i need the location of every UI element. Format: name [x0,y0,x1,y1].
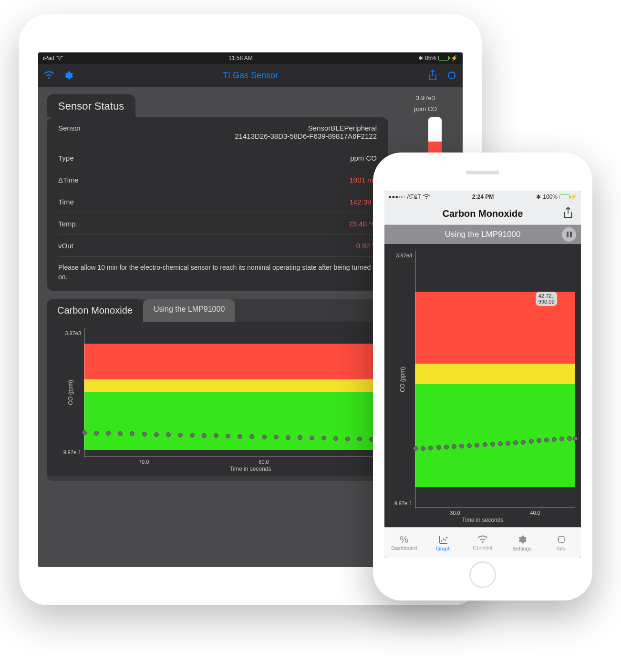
data-point[interactable] [444,445,449,449]
x-tick: 80.0 [204,459,323,465]
battery-pct: 100% [543,193,558,200]
sensor-status-heading: Sensor Status [47,94,135,117]
data-point[interactable] [226,434,230,438]
tab-settings[interactable]: Settings [502,528,541,558]
status-label: Sensor [58,124,81,140]
y-axis-label: CO (ppm) [396,367,406,392]
data-point[interactable] [154,432,159,437]
data-point[interactable] [529,439,534,444]
data-point[interactable] [459,444,464,448]
data-point[interactable] [310,436,314,440]
tab-info[interactable]: Info [542,528,581,558]
data-point[interactable] [82,430,87,435]
page-title: Carbon Monoxide [443,208,523,219]
tab-label: Settings [513,546,532,551]
home-button[interactable] [469,561,496,588]
data-point[interactable] [467,443,472,448]
x-tick: 40.0 [495,510,575,516]
info-icon [556,534,567,545]
wifi-icon [423,194,430,199]
share-icon[interactable] [563,207,576,220]
tab-label: Graph [436,546,451,551]
data-point[interactable] [94,431,99,436]
dashboard-icon: % [400,535,408,544]
data-point[interactable] [286,435,290,440]
svg-point-4 [446,537,447,538]
y-tick-bottom: 9.97e-1 [394,500,412,506]
data-point[interactable] [298,435,302,440]
tab-label: Info [557,546,566,551]
phone-sub-bar: Using the LMP91000 [384,225,581,244]
data-point[interactable] [274,435,279,439]
data-point[interactable] [413,446,418,451]
chart-tab-subtitle[interactable]: Using the LMP91000 [143,299,235,322]
connect-icon[interactable] [44,70,54,81]
wifi-icon [56,56,63,61]
data-point[interactable] [452,444,456,449]
data-point[interactable] [142,432,147,437]
phone-chart-area: 3.97e3 CO (ppm) 9.97e-1 42.72, 990.02 30… [384,244,581,527]
status-row: Time142.39 s [58,191,377,213]
battery-icon [559,194,570,199]
y-tick-top: 3.97e3 [396,253,412,258]
data-point[interactable] [513,440,518,445]
tab-label: Dashboard [391,545,417,551]
data-point[interactable] [118,431,123,436]
tab-graph[interactable]: Graph [424,528,463,558]
tab-dashboard[interactable]: %Dashboard [384,528,424,558]
status-row: SensorSensorBLEPeripheral 21413D26-38D3-… [58,117,377,147]
status-value: SensorBLEPeripheral 21413D26-38D3-58D6-F… [235,124,377,140]
data-point[interactable] [262,435,267,439]
data-point[interactable] [544,438,549,442]
data-point[interactable] [475,443,479,448]
data-point[interactable] [178,433,183,438]
phone-title-bar: Carbon Monoxide [384,203,581,225]
data-point[interactable] [238,434,242,439]
data-point[interactable] [436,445,441,450]
status-label: ΔTime [58,176,79,184]
data-point[interactable] [498,441,503,446]
data-point[interactable] [202,433,207,438]
svg-point-3 [445,539,446,540]
graph-icon [438,534,449,545]
status-value: ppm CO [350,154,377,162]
data-point[interactable] [190,433,195,438]
chart-tab-co[interactable]: Carbon Monoxide [47,299,143,322]
svg-rect-0 [449,72,455,78]
chart-plot-area[interactable]: 42.72, 990.02 [415,251,575,508]
status-label: Time [58,198,74,206]
data-point[interactable] [490,442,495,447]
y-tick-top: 3.97e3 [65,330,81,336]
data-point[interactable] [537,438,541,443]
info-chip-icon[interactable] [446,70,457,81]
data-point[interactable] [428,446,433,450]
gauge-unit-label: ppm CO [414,105,437,112]
status-time: 11:58 AM [228,55,253,61]
x-tick: 30.0 [415,510,495,516]
data-point[interactable] [521,440,526,445]
data-point[interactable] [506,441,510,446]
share-icon[interactable] [427,70,438,81]
pause-button[interactable] [562,227,576,242]
battery-icon [438,56,449,61]
data-point[interactable] [559,437,564,441]
data-point[interactable] [321,436,326,440]
data-point[interactable] [214,433,218,438]
settings-gear-icon[interactable] [63,70,73,81]
data-point[interactable] [573,436,578,441]
phone-tab-bar: %DashboardGraphConnectSettingsInfo [384,527,581,558]
data-point[interactable] [552,437,557,442]
data-point[interactable] [249,434,254,439]
data-point[interactable] [130,431,135,436]
status-label: Temp. [58,220,78,228]
data-point[interactable] [483,442,487,447]
data-point[interactable] [333,436,338,441]
data-point[interactable] [106,431,111,436]
tab-connect[interactable]: Connect [463,528,502,558]
data-point[interactable] [567,436,572,441]
data-point[interactable] [166,432,171,437]
charging-icon: ⚡ [570,193,577,200]
data-point[interactable] [421,446,425,451]
data-point[interactable] [345,437,350,441]
data-point[interactable] [357,437,362,441]
